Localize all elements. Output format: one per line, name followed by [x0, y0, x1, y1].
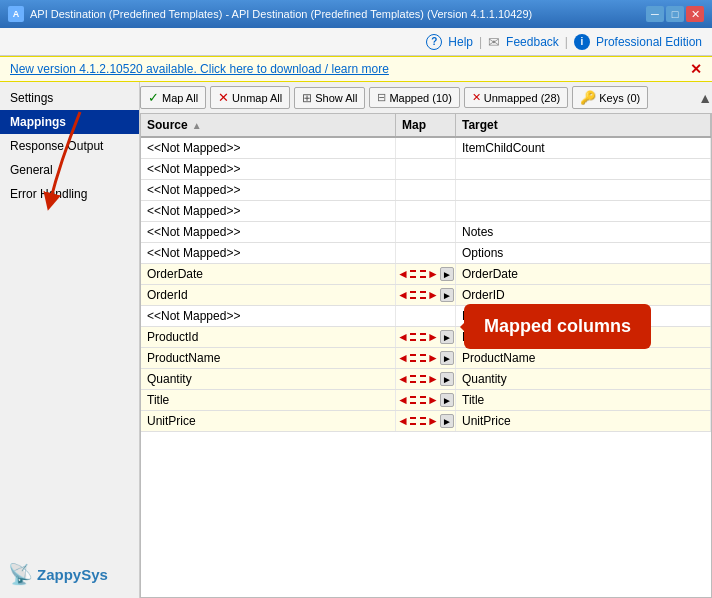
source-cell: <<Not Mapped>> [141, 201, 396, 221]
target-cell [456, 180, 711, 200]
map-cell: ◄ ► ► [396, 285, 456, 305]
arrow-left-icon: ◄ [397, 288, 409, 302]
callout-tooltip: Mapped columns [464, 304, 651, 349]
menu-bar: ? Help | ✉ Feedback | i Professional Edi… [0, 28, 712, 56]
feedback-link[interactable]: Feedback [506, 35, 559, 49]
table-row: Quantity ◄ ► ► Quantity [141, 369, 711, 390]
maximize-button[interactable]: □ [666, 6, 684, 22]
arrow-right-icon: ► [427, 372, 439, 386]
map-direction-button[interactable]: ► [440, 393, 454, 407]
map-all-button[interactable]: ✓ Map All [140, 86, 206, 109]
table-row: <<Not Mapped>>ItemChildCount [141, 138, 711, 159]
target-cell: UnitPrice [456, 411, 711, 431]
table-header: Source ▲ Map Target [141, 114, 711, 138]
close-button[interactable]: ✕ [686, 6, 704, 22]
sidebar-item-general[interactable]: General [0, 158, 139, 182]
table-row: OrderId ◄ ► ► OrderID [141, 285, 711, 306]
map-arrows-group: ◄ ► ► [397, 330, 454, 344]
help-icon: ? [426, 34, 442, 50]
target-cell [456, 201, 711, 221]
source-header: Source ▲ [141, 114, 396, 136]
right-panel: ✓ Map All ✕ Unmap All ⊞ Show All ⊟ Mappe… [140, 82, 712, 598]
target-cell: ProductName [456, 348, 711, 368]
help-link[interactable]: Help [448, 35, 473, 49]
check-icon: ✓ [148, 90, 159, 105]
target-header: Target [456, 114, 711, 136]
unmapped-button[interactable]: ✕ Unmapped (28) [464, 87, 568, 108]
map-direction-button[interactable]: ► [440, 288, 454, 302]
arrow-right-icon: ► [427, 414, 439, 428]
mapping-table: Source ▲ Map Target <<Not Mapped>>ItemCh… [140, 113, 712, 598]
map-cell [396, 180, 456, 200]
map-arrows-group: ◄ ► ► [397, 414, 454, 428]
source-cell: <<Not Mapped>> [141, 243, 396, 263]
arrow-right-icon: ► [427, 267, 439, 281]
arrow-right-icon: ► [427, 330, 439, 344]
minimize-button[interactable]: ─ [646, 6, 664, 22]
source-cell: UnitPrice [141, 411, 396, 431]
source-cell: <<Not Mapped>> [141, 159, 396, 179]
keys-button[interactable]: 🔑 Keys (0) [572, 86, 648, 109]
scroll-up-button[interactable]: ▲ [698, 90, 712, 106]
arrow-left-icon: ◄ [397, 267, 409, 281]
update-bar: New version 4.1.2.10520 available. Click… [0, 56, 712, 82]
dashed-line [410, 396, 426, 404]
source-cell: <<Not Mapped>> [141, 222, 396, 242]
target-cell: Quantity [456, 369, 711, 389]
dashed-line [410, 270, 426, 278]
source-cell: Title [141, 390, 396, 410]
map-cell [396, 138, 456, 158]
map-cell: ◄ ► ► [396, 327, 456, 347]
mail-icon: ✉ [488, 34, 500, 50]
update-link[interactable]: New version 4.1.2.10520 available. Click… [10, 62, 389, 76]
map-cell [396, 243, 456, 263]
sidebar-item-error-handling[interactable]: Error Handling [0, 182, 139, 206]
info-icon: i [574, 34, 590, 50]
map-arrows-group: ◄ ► ► [397, 372, 454, 386]
table-row: <<Not Mapped>>Options [141, 243, 711, 264]
sidebar-item-settings[interactable]: Settings [0, 86, 139, 110]
map-cell: ◄ ► ► [396, 390, 456, 410]
logo-text: ZappySys [37, 566, 108, 583]
key-icon: 🔑 [580, 90, 596, 105]
dashed-line [410, 375, 426, 383]
map-arrows-group: ◄ ► ► [397, 351, 454, 365]
table-row: <<Not Mapped>>Notes [141, 222, 711, 243]
sidebar-item-mappings[interactable]: Mappings [0, 110, 139, 134]
source-cell: ProductName [141, 348, 396, 368]
source-cell: ProductId [141, 327, 396, 347]
table-row: OrderDate ◄ ► ► OrderDate [141, 264, 711, 285]
update-close-button[interactable]: ✕ [690, 61, 702, 77]
dashed-line [410, 417, 426, 425]
map-direction-button[interactable]: ► [440, 372, 454, 386]
mapped-button[interactable]: ⊟ Mapped (10) [369, 87, 459, 108]
map-cell [396, 201, 456, 221]
sidebar-item-response-output[interactable]: Response Output [0, 134, 139, 158]
app-icon: A [8, 6, 24, 22]
target-cell: Title [456, 390, 711, 410]
arrow-left-icon: ◄ [397, 351, 409, 365]
mapping-toolbar: ✓ Map All ✕ Unmap All ⊞ Show All ⊟ Mappe… [140, 82, 712, 113]
logo-wifi-icon: 📡 [8, 562, 33, 586]
arrow-left-icon: ◄ [397, 393, 409, 407]
map-cell: ◄ ► ► [396, 369, 456, 389]
source-cell: <<Not Mapped>> [141, 180, 396, 200]
title-bar: A API Destination (Predefined Templates)… [0, 0, 712, 28]
source-cell: OrderDate [141, 264, 396, 284]
show-all-button[interactable]: ⊞ Show All [294, 87, 365, 109]
map-cell [396, 306, 456, 326]
unmapped-icon: ✕ [472, 91, 481, 104]
map-direction-button[interactable]: ► [440, 267, 454, 281]
unmap-all-button[interactable]: ✕ Unmap All [210, 86, 290, 109]
arrow-left-icon: ◄ [397, 372, 409, 386]
table-row: UnitPrice ◄ ► ► UnitPrice [141, 411, 711, 432]
zappysys-logo: 📡 ZappySys [8, 562, 108, 586]
dashed-line [410, 333, 426, 341]
grid-icon: ⊞ [302, 91, 312, 105]
target-cell: Notes [456, 222, 711, 242]
map-cell [396, 222, 456, 242]
map-direction-button[interactable]: ► [440, 414, 454, 428]
pro-label: Professional Edition [596, 35, 702, 49]
map-direction-button[interactable]: ► [440, 351, 454, 365]
mapped-icon: ⊟ [377, 91, 386, 104]
